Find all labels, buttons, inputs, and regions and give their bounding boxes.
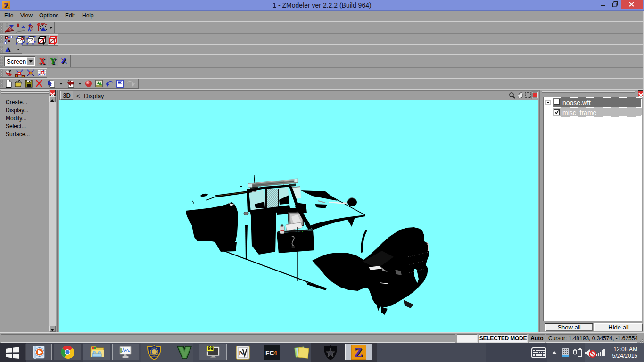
svg-text:4: 4 bbox=[273, 349, 277, 357]
svg-text:Z: Z bbox=[354, 346, 363, 360]
svg-text:99: 99 bbox=[208, 346, 214, 351]
svg-text:FC: FC bbox=[265, 349, 274, 357]
